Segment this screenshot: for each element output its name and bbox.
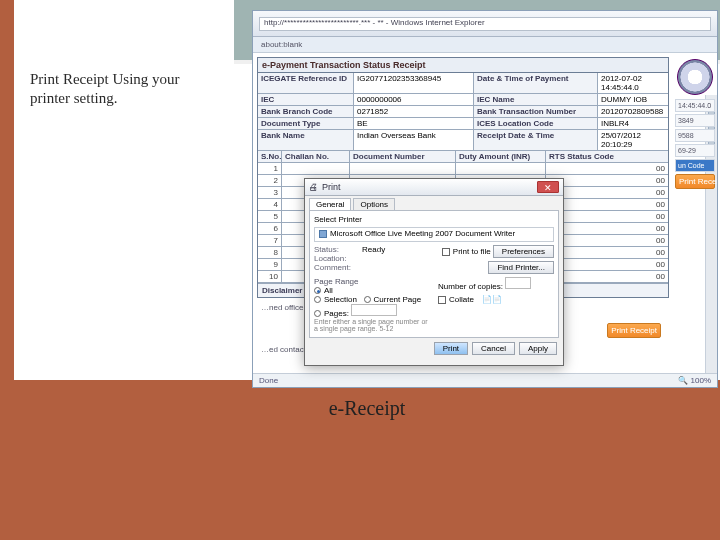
field-value: INBLR4 [598, 118, 668, 129]
close-icon[interactable]: ✕ [537, 181, 559, 193]
field-value: BE [354, 118, 474, 129]
print-receipt-button[interactable]: Print Receipt [607, 323, 661, 338]
field-label: Bank Transaction Number [474, 106, 598, 117]
col-header: Challan No. [282, 151, 350, 162]
cell-rts: 00 [546, 163, 668, 174]
find-printer-button[interactable]: Find Printer... [488, 261, 554, 274]
cell-rts: 00 [546, 211, 668, 222]
range-pages-label: Pages: [324, 309, 349, 318]
dialog-body: Select Printer Microsoft Office Live Mee… [309, 210, 559, 338]
address-bar[interactable]: http://************************.*** - **… [259, 17, 711, 31]
printer-name: Microsoft Office Live Meeting 2007 Docum… [330, 229, 515, 238]
location-label: Location: [314, 254, 356, 263]
field-value: IG20771202353368945 [354, 73, 474, 93]
dialog-footer: Print Cancel Apply [305, 342, 563, 359]
range-current-label: Current Page [374, 295, 422, 304]
range-hint: Enter either a single page number or a s… [314, 318, 430, 333]
field-value: Indian Overseas Bank [354, 130, 474, 150]
cell-rts: 00 [546, 223, 668, 234]
copies-label: Number of copies: [438, 282, 503, 291]
printer-list[interactable]: Microsoft Office Live Meeting 2007 Docum… [314, 227, 554, 242]
cell-sno: 4 [258, 199, 282, 210]
cancel-button[interactable]: Cancel [472, 342, 515, 355]
printer-icon: 🖨 [309, 182, 318, 192]
zoom-value: 100% [691, 376, 711, 385]
callout-text: Print Receipt Using your printer setting… [26, 64, 226, 114]
collate-icon: 📄📄 [482, 295, 502, 304]
cell-sno: 2 [258, 175, 282, 186]
copies-field[interactable] [505, 277, 531, 289]
cell-sno: 7 [258, 235, 282, 246]
status-done: Done [259, 376, 278, 385]
range-pages-radio[interactable] [314, 310, 321, 317]
field-label: Document Type [258, 118, 354, 129]
select-printer-label: Select Printer [314, 215, 554, 224]
field-label: IEC [258, 94, 354, 105]
browser-tabbar[interactable]: about:blank [253, 37, 717, 53]
field-value: DUMMY IOB [598, 94, 668, 105]
dialog-title: Print [322, 182, 341, 192]
range-all-radio[interactable] [314, 287, 321, 294]
status-label: Status: [314, 245, 356, 254]
range-selection-radio[interactable] [314, 296, 321, 303]
printer-name: Microsoft XPS Document Writer [330, 240, 443, 242]
rail-text: 69-29 [675, 144, 715, 157]
dialog-titlebar[interactable]: 🖨 Print ✕ [305, 179, 563, 196]
col-header: Document Number [350, 151, 456, 162]
col-header: S.No. [258, 151, 282, 162]
cell-rts: 00 [546, 175, 668, 186]
page-range-title: Page Range [314, 277, 430, 286]
field-label: Bank Name [258, 130, 354, 150]
field-value: 25/07/2012 20:10:29 [598, 130, 668, 150]
field-value: 2012-07-02 14:45:44.0 [598, 73, 668, 93]
apply-button[interactable]: Apply [519, 342, 557, 355]
cell-rts: 00 [546, 235, 668, 246]
printer-icon [319, 230, 327, 238]
cell-sno: 8 [258, 247, 282, 258]
range-selection-label: Selection [324, 295, 357, 304]
browser-statusbar: Done 🔍 100% [253, 373, 717, 387]
field-label: Date & Time of Payment [474, 73, 598, 93]
browser-tab[interactable]: about:blank [261, 40, 302, 49]
print-to-file-checkbox[interactable] [442, 248, 450, 256]
printer-item: Microsoft XPS Document Writer [315, 239, 553, 242]
printer-item: Microsoft Office Live Meeting 2007 Docum… [315, 228, 553, 239]
range-all-label: All [324, 286, 333, 295]
tab-general[interactable]: General [309, 198, 351, 210]
cell-sno: 6 [258, 223, 282, 234]
print-to-file-label: Print to file [453, 247, 491, 256]
comment-label: Comment: [314, 263, 356, 272]
print-button[interactable]: Print [434, 342, 468, 355]
cell-sno: 9 [258, 259, 282, 270]
cell-challan [282, 163, 350, 174]
field-value: 0271852 [354, 106, 474, 117]
cell-sno: 3 [258, 187, 282, 198]
rail-text: 9588 [675, 129, 715, 142]
rail-text: 3849 [675, 114, 715, 127]
rail-text: 14:45:44.0 [675, 99, 715, 112]
range-current-radio[interactable] [364, 296, 371, 303]
cell-rts: 00 [546, 247, 668, 258]
field-value: 0000000006 [354, 94, 474, 105]
right-rail: 14:45:44.0 3849 9588 69-29 un Code Print… [673, 57, 717, 379]
cell-rts: 00 [546, 259, 668, 270]
browser-titlebar[interactable]: http://************************.*** - **… [253, 11, 717, 37]
zoom-level[interactable]: 🔍 100% [678, 376, 711, 385]
caption: e-Receipt [14, 397, 720, 420]
emblem-icon [677, 59, 713, 95]
field-label: ICES Location Code [474, 118, 598, 129]
printer-icon [319, 241, 327, 242]
collate-label: Collate [449, 295, 474, 304]
preferences-button[interactable]: Preferences [493, 245, 554, 258]
cell-sno: 5 [258, 211, 282, 222]
field-label: ICEGATE Reference ID [258, 73, 354, 93]
field-value: 20120702809588 [598, 106, 668, 117]
rail-text: un Code [675, 159, 715, 172]
cell-rts: 00 [546, 199, 668, 210]
cell-rts: 00 [546, 187, 668, 198]
tab-options[interactable]: Options [353, 198, 395, 210]
print-receipt-button[interactable]: Print Receipt [675, 174, 715, 189]
cell-rts: 00 [546, 271, 668, 282]
range-pages-field[interactable] [351, 304, 397, 316]
collate-checkbox[interactable] [438, 296, 446, 304]
